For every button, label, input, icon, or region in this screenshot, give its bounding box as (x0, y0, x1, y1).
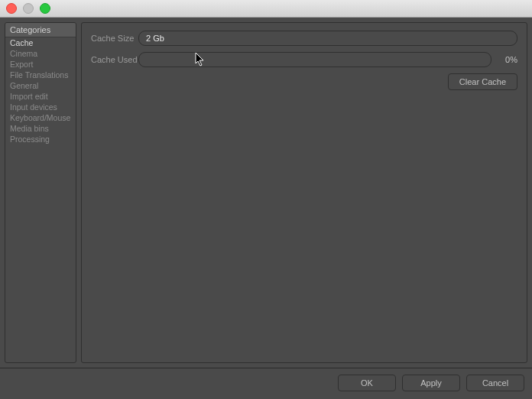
cancel-button[interactable]: Cancel (466, 375, 524, 391)
sidebar-item-input-devices[interactable]: Input devices (5, 102, 76, 112)
clear-cache-button[interactable]: Clear Cache (448, 73, 517, 90)
sidebar-item-cinema[interactable]: Cinema (5, 48, 76, 59)
clear-cache-row: Clear Cache (91, 73, 517, 90)
sidebar-item-general[interactable]: General (5, 80, 76, 91)
sidebar-item-import-edit[interactable]: Import edit (5, 91, 76, 102)
settings-panel: Cache Size Cache Used 0% Clear Cache (81, 22, 527, 363)
cache-used-progress (138, 52, 491, 67)
window-body: Categories CacheCinemaExportFile Transla… (0, 18, 532, 399)
apply-button[interactable]: Apply (402, 375, 460, 391)
sidebar-item-cache[interactable]: Cache (5, 37, 76, 48)
content-row: Categories CacheCinemaExportFile Transla… (0, 18, 532, 368)
cache-size-label: Cache Size (91, 34, 138, 43)
cache-used-label: Cache Used (91, 55, 138, 64)
sidebar-item-export[interactable]: Export (5, 59, 76, 70)
sidebar-item-file-translations[interactable]: File Translations (5, 70, 76, 80)
window-titlebar (0, 0, 532, 18)
traffic-lights (6, 3, 50, 14)
preferences-window: Categories CacheCinemaExportFile Transla… (0, 0, 532, 399)
minimize-icon[interactable] (23, 3, 34, 14)
zoom-icon[interactable] (40, 3, 50, 14)
sidebar-header: Categories (5, 23, 76, 37)
cache-size-row: Cache Size (91, 31, 517, 46)
sidebar-list: CacheCinemaExportFile TranslationsGenera… (5, 37, 76, 362)
cache-size-input[interactable] (138, 31, 517, 46)
cache-used-row: Cache Used 0% (91, 52, 517, 67)
sidebar-item-media-bins[interactable]: Media bins (5, 123, 76, 134)
close-icon[interactable] (6, 3, 17, 14)
sidebar-item-keyboard-mouse[interactable]: Keyboard/Mouse (5, 112, 76, 123)
cache-used-percent: 0% (496, 55, 517, 64)
dialog-footer: OK Apply Cancel (0, 368, 532, 399)
ok-button[interactable]: OK (338, 375, 396, 391)
sidebar-item-processing[interactable]: Processing (5, 134, 76, 144)
categories-sidebar: Categories CacheCinemaExportFile Transla… (5, 22, 76, 363)
